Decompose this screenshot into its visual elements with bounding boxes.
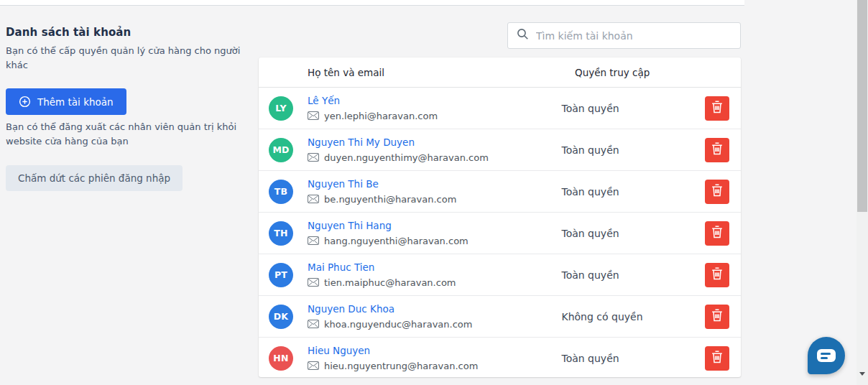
trash-icon xyxy=(711,184,723,199)
email-line: tien.maiphuc@haravan.com xyxy=(308,276,561,289)
search-input[interactable] xyxy=(536,30,730,42)
scrollbar-thumb[interactable] xyxy=(857,0,867,212)
table-row: TH Nguyen Thi Hang hang.nguyenthi@harava… xyxy=(259,213,741,254)
envelope-icon xyxy=(308,234,319,248)
table-header: Họ tên và email Quyền truy cập xyxy=(259,57,741,88)
chat-widget-button[interactable] xyxy=(808,337,845,374)
account-email: be.nguyenthi@haravan.com xyxy=(324,194,456,205)
add-account-button[interactable]: Thêm tài khoản xyxy=(6,88,126,115)
sidebar-description-top: Bạn có thể cấp quyền quản lý cửa hàng ch… xyxy=(6,44,246,73)
plus-circle-icon xyxy=(19,96,31,108)
end-sessions-button[interactable]: Chấm dứt các phiên đăng nhập xyxy=(6,165,183,191)
trash-icon xyxy=(711,226,723,241)
name-email-cell: Mai Phuc Tien tien.maiphuc@haravan.com xyxy=(308,260,561,289)
table-body: LY Lê Yến yen.lephi@haravan.com Toàn quy… xyxy=(259,88,741,377)
email-line: yen.lephi@haravan.com xyxy=(308,109,561,123)
name-email-cell: Hieu Nguyen hieu.nguyentrung@haravan.com xyxy=(308,343,561,373)
access-level: Toàn quyền xyxy=(561,269,705,281)
name-email-cell: Nguyen Duc Khoa khoa.nguyenduc@haravan.c… xyxy=(308,302,561,331)
email-line: khoa.nguyenduc@haravan.com xyxy=(308,317,561,331)
delete-account-button[interactable] xyxy=(705,96,729,121)
avatar: TH xyxy=(269,221,293,246)
avatar-initials: HN xyxy=(273,353,288,363)
avatar-initials: TB xyxy=(274,186,287,197)
trash-icon xyxy=(711,267,723,282)
envelope-icon xyxy=(308,317,319,331)
access-level: Không có quyền xyxy=(561,311,705,323)
name-email-cell: Lê Yến yen.lephi@haravan.com xyxy=(308,93,561,123)
envelope-icon xyxy=(308,359,319,373)
access-level: Toàn quyền xyxy=(561,144,705,156)
avatar: MD xyxy=(269,138,293,162)
account-email: yen.lephi@haravan.com xyxy=(324,111,438,121)
account-name-link[interactable]: Lê Yến xyxy=(308,95,340,106)
avatar: HN xyxy=(269,346,293,371)
avatar: PT xyxy=(269,263,293,287)
access-level: Toàn quyền xyxy=(561,103,705,114)
avatar-initials: MD xyxy=(272,144,289,155)
account-name-link[interactable]: Hieu Nguyen xyxy=(308,345,370,356)
table-row: TB Nguyen Thi Be be.nguyenthi@haravan.co… xyxy=(259,171,741,213)
name-email-cell: Nguyen Thi My Duyen duyen.nguyenthimy@ha… xyxy=(308,135,561,164)
access-level: Toàn quyền xyxy=(561,353,705,364)
name-email-cell: Nguyen Thi Be be.nguyenthi@haravan.com xyxy=(308,177,561,206)
avatar-initials: PT xyxy=(274,269,287,280)
account-email: hieu.nguyentrung@haravan.com xyxy=(324,361,478,371)
avatar: DK xyxy=(269,305,293,329)
access-level: Toàn quyền xyxy=(561,228,705,239)
sidebar: Danh sách tài khoản Bạn có thể cấp quyền… xyxy=(6,26,246,191)
account-email: tien.maiphuc@haravan.com xyxy=(324,277,456,288)
avatar-initials: DK xyxy=(274,311,288,322)
avatar: LY xyxy=(269,96,293,121)
delete-account-button[interactable] xyxy=(705,263,729,287)
account-email: duyen.nguyenthimy@haravan.com xyxy=(324,152,489,163)
chat-bubble-icon xyxy=(817,349,836,362)
table-row: HN Hieu Nguyen hieu.nguyentrung@haravan.… xyxy=(259,338,741,377)
account-name-link[interactable]: Nguyen Thi Be xyxy=(308,178,379,190)
account-email: khoa.nguyenduc@haravan.com xyxy=(324,319,472,330)
envelope-icon xyxy=(308,192,319,206)
avatar-initials: TH xyxy=(274,228,287,238)
delete-account-button[interactable] xyxy=(705,138,729,162)
account-name-link[interactable]: Mai Phuc Tien xyxy=(308,261,374,273)
account-name-link[interactable]: Nguyen Duc Khoa xyxy=(308,303,394,315)
envelope-icon xyxy=(308,151,319,164)
table-row: DK Nguyen Duc Khoa khoa.nguyenduc@harava… xyxy=(259,296,741,338)
scrollbar-down-arrow[interactable] xyxy=(859,372,865,376)
name-email-cell: Nguyen Thi Hang hang.nguyenthi@haravan.c… xyxy=(308,218,561,248)
trash-icon xyxy=(711,101,723,116)
trash-icon xyxy=(711,142,723,157)
account-name-link[interactable]: Nguyen Thi My Duyen xyxy=(308,136,415,148)
envelope-icon xyxy=(308,109,319,123)
email-line: hang.nguyenthi@haravan.com xyxy=(308,234,561,248)
delete-account-button[interactable] xyxy=(705,305,729,329)
envelope-icon xyxy=(308,276,319,289)
end-sessions-label: Chấm dứt các phiên đăng nhập xyxy=(18,172,170,184)
trash-icon xyxy=(711,309,723,324)
avatar-initials: LY xyxy=(275,103,286,113)
delete-account-button[interactable] xyxy=(705,346,729,371)
access-level: Toàn quyền xyxy=(561,186,705,198)
delete-account-button[interactable] xyxy=(705,221,729,246)
table-row: PT Mai Phuc Tien tien.maiphuc@haravan.co… xyxy=(259,254,741,296)
page-header-strip xyxy=(0,0,744,6)
add-account-label: Thêm tài khoản xyxy=(37,96,114,108)
column-name-email: Họ tên và email xyxy=(308,67,384,78)
scrollbar[interactable] xyxy=(857,0,868,385)
search-icon xyxy=(517,28,529,43)
account-name-link[interactable]: Nguyen Thi Hang xyxy=(308,220,392,231)
avatar: TB xyxy=(269,180,293,204)
page-title: Danh sách tài khoản xyxy=(6,26,246,39)
column-access: Quyền truy cập xyxy=(575,67,650,78)
account-email: hang.nguyenthi@haravan.com xyxy=(324,236,468,246)
search-box[interactable] xyxy=(507,22,741,49)
email-line: be.nguyenthi@haravan.com xyxy=(308,192,561,206)
table-row: LY Lê Yến yen.lephi@haravan.com Toàn quy… xyxy=(259,88,741,129)
accounts-table-card: Họ tên và email Quyền truy cập LY Lê Yến… xyxy=(259,57,741,377)
table-row: MD Nguyen Thi My Duyen duyen.nguyenthimy… xyxy=(259,129,741,171)
email-line: hieu.nguyentrung@haravan.com xyxy=(308,359,561,373)
trash-icon xyxy=(711,351,723,366)
sidebar-description-bottom: Bạn có thể đăng xuất các nhân viên quản … xyxy=(6,120,246,149)
email-line: duyen.nguyenthimy@haravan.com xyxy=(308,151,561,164)
delete-account-button[interactable] xyxy=(705,180,729,204)
